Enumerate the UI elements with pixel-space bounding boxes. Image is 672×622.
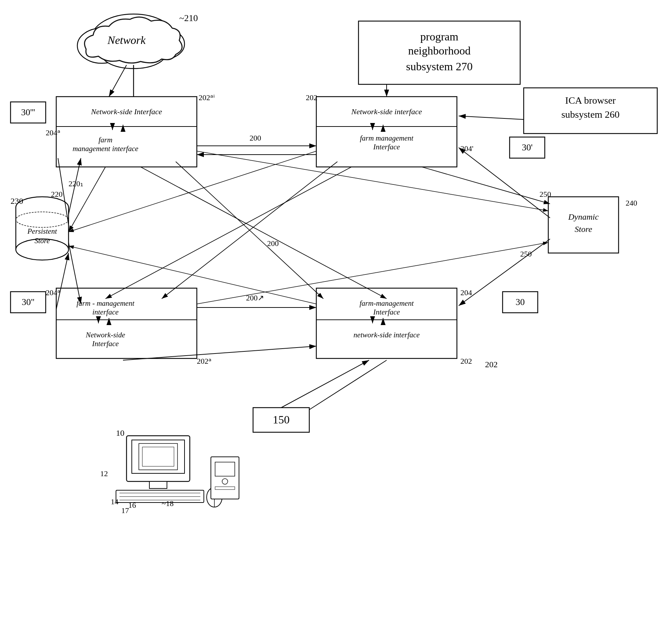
network-side-interface-br: network-side interface [354, 331, 420, 339]
ref-200-top: 200 [250, 134, 261, 142]
ref-204-tl: 204ᵃ [46, 128, 60, 137]
ref-204-tr: 204' [460, 144, 473, 153]
network-side-interface-tr: Network-side interface [351, 107, 422, 116]
ref-202-tl: 202ᵃⁱ [199, 93, 215, 102]
ica-browser-text1: ICA browser [565, 95, 616, 106]
ref-202-br-label: 202 [485, 360, 498, 369]
ref-240: 240 [626, 199, 637, 207]
ref-210: ~210 [179, 13, 198, 23]
server-box-bl [56, 288, 197, 358]
farm-management-tl2: management interface [72, 144, 138, 153]
ref-10: 10 [116, 428, 124, 438]
ref-14: 14 [111, 497, 118, 506]
network-side-interface-bl: Network-side [85, 331, 125, 339]
farm-management-tl: farm [98, 136, 112, 144]
ref-230: 230 [11, 196, 23, 206]
ref-16: 16 [128, 501, 136, 510]
program-neighborhood-text1: program [420, 30, 459, 43]
program-neighborhood-text2: neighborhood [408, 44, 471, 57]
ref-220: 220 [51, 190, 63, 199]
ref-202-bl: 202ᵃ [197, 357, 212, 365]
svg-rect-22 [127, 436, 190, 481]
dynamic-store-text1: Dynamic [568, 212, 599, 221]
ref-250-bot: 250 [520, 250, 532, 258]
ref-30-label: 30 [516, 297, 525, 307]
persistent-store: Persistent Store [16, 197, 69, 260]
ref-220-1: 220₁ [69, 179, 83, 188]
ref-18: ~18 [162, 499, 174, 508]
ref-30-prime-label: 30' [522, 142, 533, 153]
ref-202-tr: 202 [306, 93, 317, 102]
farm-management-br: farm-management [360, 299, 414, 307]
network-side-interface-bl2: Interface [92, 339, 119, 348]
ref-202-br: 202 [460, 357, 472, 365]
farm-management-bl: farm - management [77, 299, 135, 307]
svg-rect-26 [149, 481, 167, 488]
ref-30-triple-label: 30''' [21, 107, 35, 117]
diagram-svg: Network ~210 30''' Network-side Interfac… [0, 0, 672, 622]
ref-150-label: 150 [273, 413, 290, 426]
network-side-interface-tl: Network-side Interface [91, 107, 162, 116]
program-neighborhood-text3: subsystem 270 [406, 60, 472, 73]
farm-management-tr: farm management [360, 134, 414, 142]
ref-12: 12 [100, 469, 108, 478]
ref-204-bl: 204ᵃ [46, 288, 60, 297]
ref-200-mid: 200 [267, 239, 279, 248]
persistent-store-text2: Store [34, 237, 50, 245]
ref-204-br: 204 [460, 288, 472, 297]
ica-browser-text2: subsystem 260 [561, 109, 620, 120]
dynamic-store-text2: Store [575, 225, 592, 234]
ref-250-top: 250 [539, 190, 551, 199]
farm-management-bl2: interface [92, 308, 119, 316]
farm-management-tr2: Interface [373, 143, 400, 151]
ref-30-double-label: 30" [22, 297, 35, 307]
network-label: Network [107, 34, 146, 46]
farm-management-br2: Interface [373, 308, 400, 316]
diagram-container: Network ~210 30''' Network-side Interfac… [0, 0, 672, 622]
ref-17: 17 [121, 506, 129, 515]
persistent-store-text1: Persistent [27, 227, 57, 235]
